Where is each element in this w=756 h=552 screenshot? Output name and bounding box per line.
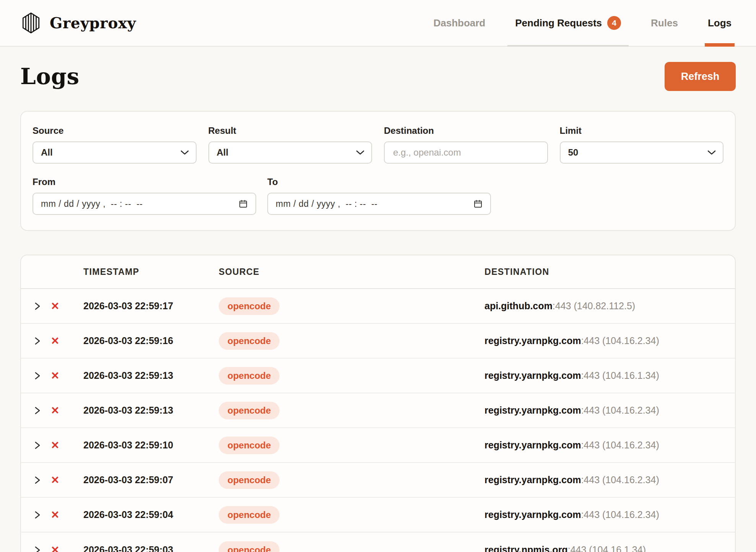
- row-destination: api.github.com:443 (140.82.112.5): [484, 300, 726, 312]
- filter-source: Source All: [33, 125, 197, 164]
- table-row: ✕ 2026-03-03 22:59:17 opencode api.githu…: [21, 289, 735, 324]
- destination-input[interactable]: [392, 142, 540, 163]
- nav-label-rules: Rules: [651, 17, 678, 29]
- calendar-icon[interactable]: [239, 199, 248, 208]
- nav-label-dashboard: Dashboard: [433, 17, 485, 29]
- to-label: To: [267, 177, 491, 187]
- nav-label-logs: Logs: [708, 17, 732, 29]
- expand-row-button[interactable]: [30, 302, 49, 311]
- result-select[interactable]: All: [208, 141, 372, 164]
- col-source: SOURCE: [219, 267, 484, 277]
- delete-row-button[interactable]: ✕: [49, 334, 62, 347]
- refresh-button[interactable]: Refresh: [665, 62, 736, 91]
- destination-port: :443: [581, 509, 600, 520]
- destination-host: registry.npmjs.org: [484, 544, 568, 552]
- nav-item-rules[interactable]: Rules: [650, 0, 679, 46]
- nav-item-pending-requests[interactable]: Pending Requests 4: [514, 0, 622, 46]
- from-label: From: [33, 177, 256, 187]
- brand-logo-icon: [19, 11, 43, 35]
- destination-ip: (104.16.1.34): [600, 370, 659, 381]
- row-source: opencode: [219, 367, 484, 385]
- filters-panel: Source All Result All Destination: [20, 111, 736, 231]
- expand-row-button[interactable]: [30, 546, 49, 552]
- delete-row-button[interactable]: ✕: [49, 439, 62, 452]
- destination-port: :443: [568, 544, 587, 552]
- nav-item-dashboard[interactable]: Dashboard: [432, 0, 486, 46]
- calendar-icon[interactable]: [473, 199, 483, 208]
- nav-label-pending-requests: Pending Requests: [515, 17, 602, 29]
- col-destination: DESTINATION: [484, 267, 726, 277]
- source-badge: opencode: [219, 332, 280, 350]
- chevron-right-icon: [34, 406, 41, 415]
- row-destination: registry.yarnpkg.com:443 (104.16.2.34): [484, 405, 726, 416]
- row-source: opencode: [219, 506, 484, 524]
- log-table-body: ✕ 2026-03-03 22:59:17 opencode api.githu…: [21, 289, 735, 552]
- chevron-down-icon: [356, 150, 364, 155]
- expand-row-button[interactable]: [30, 441, 49, 450]
- chevron-right-icon: [34, 336, 41, 346]
- row-timestamp: 2026-03-03 22:59:03: [68, 544, 219, 552]
- expand-row-button[interactable]: [30, 476, 49, 485]
- row-timestamp: 2026-03-03 22:59:13: [68, 405, 219, 416]
- destination-port: :443: [581, 370, 600, 381]
- source-badge: opencode: [219, 437, 280, 454]
- delete-row-button[interactable]: ✕: [49, 404, 62, 417]
- chevron-right-icon: [34, 476, 41, 485]
- app-header: Greyproxy Dashboard Pending Requests 4 R…: [0, 0, 756, 47]
- destination-host: registry.yarnpkg.com: [484, 370, 581, 381]
- chevron-down-icon: [180, 150, 189, 155]
- expand-row-button[interactable]: [30, 336, 49, 346]
- chevron-right-icon: [34, 510, 41, 520]
- table-row: ✕ 2026-03-03 22:59:04 opencode registry.…: [21, 498, 735, 533]
- source-badge: opencode: [219, 367, 280, 385]
- row-source: opencode: [219, 332, 484, 350]
- chevron-right-icon: [34, 546, 41, 552]
- row-source: opencode: [219, 297, 484, 315]
- expand-row-button[interactable]: [30, 510, 49, 520]
- delete-row-button[interactable]: ✕: [49, 369, 62, 382]
- row-timestamp: 2026-03-03 22:59:17: [68, 300, 219, 312]
- destination-host: registry.yarnpkg.com: [484, 474, 581, 485]
- delete-row-button[interactable]: ✕: [49, 474, 62, 487]
- nav-item-logs[interactable]: Logs: [707, 0, 732, 46]
- destination-input-wrap: [384, 141, 548, 164]
- destination-ip: (104.16.2.34): [600, 440, 659, 450]
- to-date-input[interactable]: mm / dd / yyyy , -- : -- --: [267, 193, 491, 215]
- row-destination: registry.npmjs.org:443 (104.16.1.34): [484, 544, 726, 552]
- table-row: ✕ 2026-03-03 22:59:07 opencode registry.…: [21, 463, 735, 498]
- row-source: opencode: [219, 541, 484, 552]
- source-badge: opencode: [219, 297, 280, 315]
- limit-select[interactable]: 50: [560, 141, 724, 164]
- expand-row-button[interactable]: [30, 371, 49, 380]
- filter-to: To mm / dd / yyyy , -- : -- --: [267, 177, 491, 215]
- col-timestamp: TIMESTAMP: [68, 267, 219, 277]
- row-timestamp: 2026-03-03 22:59:04: [68, 509, 219, 520]
- destination-host: registry.yarnpkg.com: [484, 405, 581, 416]
- source-select-value: All: [41, 147, 53, 158]
- row-timestamp: 2026-03-03 22:59:16: [68, 335, 219, 346]
- row-timestamp: 2026-03-03 22:59:07: [68, 474, 219, 485]
- delete-row-button[interactable]: ✕: [49, 544, 62, 552]
- source-select[interactable]: All: [33, 141, 197, 164]
- destination-host: registry.yarnpkg.com: [484, 335, 581, 346]
- destination-port: :443: [581, 335, 600, 346]
- destination-ip: (140.82.112.5): [571, 300, 635, 311]
- logs-table: TIMESTAMP SOURCE DESTINATION ✕ 2026-03-0…: [20, 255, 736, 552]
- delete-row-button[interactable]: ✕: [49, 300, 62, 313]
- chevron-right-icon: [34, 441, 41, 450]
- destination-port: :443: [581, 440, 600, 450]
- row-source: opencode: [219, 471, 484, 489]
- expand-row-button[interactable]: [30, 406, 49, 415]
- destination-ip: (104.16.2.34): [600, 509, 659, 520]
- delete-row-button[interactable]: ✕: [49, 508, 62, 521]
- logs-page: Logs Refresh Source All Result All Desti…: [0, 62, 756, 552]
- destination-host: registry.yarnpkg.com: [484, 440, 581, 450]
- row-source: opencode: [219, 437, 484, 454]
- filter-from: From mm / dd / yyyy , -- : -- --: [33, 177, 256, 215]
- source-badge: opencode: [219, 402, 280, 419]
- source-badge: opencode: [219, 541, 280, 552]
- row-timestamp: 2026-03-03 22:59:13: [68, 370, 219, 381]
- result-label: Result: [208, 125, 372, 136]
- from-date-input[interactable]: mm / dd / yyyy , -- : -- --: [33, 193, 256, 215]
- limit-label: Limit: [560, 125, 724, 136]
